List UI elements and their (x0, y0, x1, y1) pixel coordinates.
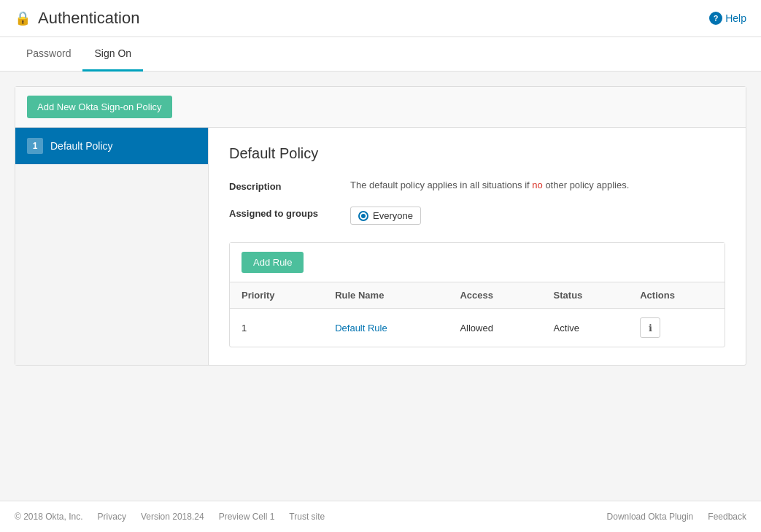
policy-detail-title: Default Policy (229, 145, 725, 162)
col-header-access: Access (448, 282, 541, 309)
policy-number: 1 (27, 138, 43, 154)
cell-actions: ℹ (628, 309, 725, 347)
description-row: Description The default policy applies i… (229, 180, 725, 192)
preview-cell-link[interactable]: Preview Cell 1 (219, 512, 275, 522)
cell-access: Allowed (448, 309, 541, 347)
rules-header: Add Rule (230, 243, 725, 282)
copyright: © 2018 Okta, Inc. (15, 512, 83, 522)
table-row: 1 Default Rule Allowed Active ℹ (230, 309, 725, 347)
groups-label: Assigned to groups (229, 207, 339, 219)
policy-header-bar: Add New Okta Sign-on Policy (15, 87, 746, 128)
header-left: 🔒 Authentication (15, 9, 139, 28)
version-label: Version 2018.24 (141, 512, 204, 522)
page-header: 🔒 Authentication ? Help (0, 0, 761, 37)
tab-password[interactable]: Password (15, 37, 82, 72)
page-title: Authentication (38, 9, 139, 28)
policy-item-label: Default Policy (50, 140, 113, 152)
content-body: 1 Default Policy Default Policy Descript… (15, 128, 746, 365)
col-header-status: Status (542, 282, 629, 309)
policy-sidebar: 1 Default Policy (15, 128, 209, 365)
group-name: Everyone (373, 210, 413, 221)
trust-site-link[interactable]: Trust site (289, 512, 325, 522)
privacy-link[interactable]: Privacy (98, 512, 126, 522)
lock-icon: 🔒 (15, 10, 31, 26)
groups-row: Assigned to groups Everyone (229, 207, 725, 225)
description-text-before: The default policy applies in all situat… (350, 180, 532, 190)
policy-detail-panel: Default Policy Description The default p… (209, 128, 746, 365)
rule-name-link[interactable]: Default Rule (335, 323, 387, 334)
add-policy-button[interactable]: Add New Okta Sign-on Policy (27, 96, 172, 118)
download-plugin-link[interactable]: Download Okta Plugin (607, 512, 694, 522)
radio-icon (358, 211, 368, 221)
footer-right: Download Okta Plugin Feedback (607, 512, 746, 522)
cell-rule-name: Default Rule (323, 309, 448, 347)
sidebar-item-default-policy[interactable]: 1 Default Policy (15, 128, 208, 164)
info-button[interactable]: ℹ (640, 317, 660, 338)
page-footer: © 2018 Okta, Inc. Privacy Version 2018.2… (0, 501, 761, 532)
add-rule-button[interactable]: Add Rule (242, 252, 304, 273)
tab-sign-on[interactable]: Sign On (82, 37, 143, 72)
main-content: Add New Okta Sign-on Policy 1 Default Po… (0, 72, 761, 501)
feedback-link[interactable]: Feedback (708, 512, 746, 522)
rules-table: Priority Rule Name Access Status Actions… (230, 282, 725, 347)
cell-status: Active (542, 309, 629, 347)
help-label: Help (725, 12, 746, 24)
col-header-priority: Priority (230, 282, 323, 309)
group-badge: Everyone (350, 207, 421, 225)
footer-left: © 2018 Okta, Inc. Privacy Version 2018.2… (15, 512, 325, 522)
rules-section: Add Rule Priority Rule Name Access Statu… (229, 242, 725, 347)
content-card: Add New Okta Sign-on Policy 1 Default Po… (15, 86, 746, 366)
description-label: Description (229, 180, 339, 192)
info-icon: ℹ (649, 323, 652, 334)
description-text-after: other policy applies. (543, 180, 630, 190)
help-icon: ? (709, 12, 722, 25)
description-value: The default policy applies in all situat… (350, 180, 629, 190)
description-highlight: no (532, 180, 542, 190)
table-header-row: Priority Rule Name Access Status Actions (230, 282, 725, 309)
tab-bar: Password Sign On (0, 37, 761, 72)
help-link[interactable]: ? Help (709, 12, 746, 25)
col-header-actions: Actions (628, 282, 725, 309)
cell-priority: 1 (230, 309, 323, 347)
col-header-rule-name: Rule Name (323, 282, 448, 309)
